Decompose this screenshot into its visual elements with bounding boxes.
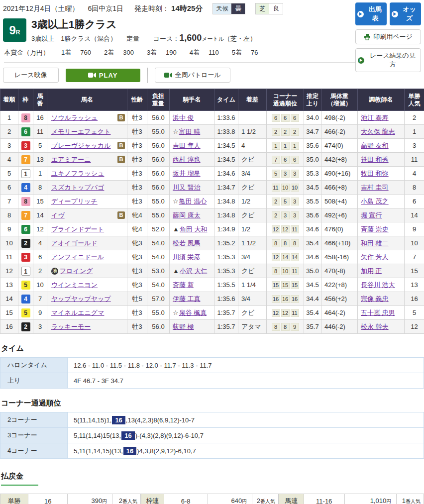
finish-time: 1:35.3 xyxy=(214,250,238,264)
trainer-link[interactable]: 加用 正 xyxy=(361,267,382,275)
trainer-link[interactable]: 笹田 和秀 xyxy=(361,156,389,163)
win-popularity: 12 xyxy=(405,320,424,334)
jockey-link[interactable]: 藤岡 康太 xyxy=(173,211,201,219)
trainer-link[interactable]: 吉村 圭司 xyxy=(361,184,389,191)
jockey-link[interactable]: 吉田 隼人 xyxy=(173,142,201,149)
frame-badge: 5 xyxy=(21,281,30,290)
jockey-link[interactable]: 松若 風馬 xyxy=(173,239,201,247)
horse-weight: 446(-2) xyxy=(321,320,358,334)
corner-position-box: 14 xyxy=(291,253,299,261)
jockey-link[interactable]: 小沢 大仁 xyxy=(180,267,208,275)
corner-position-box: 6 xyxy=(281,156,290,164)
jockey-link[interactable]: 浜中 俊 xyxy=(173,114,194,121)
corner-positions: 766 xyxy=(267,153,304,167)
results-guide-button[interactable]: ▶レース結果の見方 xyxy=(355,48,421,72)
jockey-link[interactable]: 斎藤 新 xyxy=(173,281,194,289)
patrol-video-button[interactable]: 全周パトロール xyxy=(155,68,230,83)
win-popularity: 8 xyxy=(405,181,424,195)
column-header: コーナー 通過順位 xyxy=(267,89,304,111)
horse-weight: 458(-16) xyxy=(321,250,358,264)
margin: 3/4 xyxy=(238,292,267,306)
horse-weight: 470(-8) xyxy=(321,264,358,278)
horse-name-link[interactable]: ディープリッチ xyxy=(51,197,98,206)
trainer-link[interactable]: 牧田 和弥 xyxy=(361,170,389,177)
frame-cell: 5 xyxy=(18,306,33,320)
time-row: 上り4F 46.7 - 3F 34.7 xyxy=(0,373,424,389)
corner-row-value: 5,11(1,14)15(13,16)-(4,3)(2,8)(9,12)-6-1… xyxy=(68,428,424,443)
race-video-button[interactable]: レース映像 xyxy=(3,68,59,83)
jockey-link[interactable]: 伊藤 工真 xyxy=(173,295,201,302)
entries-button[interactable]: ▶出馬表 xyxy=(355,2,387,25)
carried-weight: 52.0 xyxy=(147,222,170,236)
trainer-cell: 五十嵐 忠男 xyxy=(358,306,405,320)
payout-combination: 6-8 xyxy=(164,494,208,504)
corner-position-box: 16 xyxy=(272,295,280,303)
horse-number: 9 xyxy=(33,306,47,320)
sex-age: 牡3 xyxy=(127,195,147,208)
jockey-link[interactable]: 亀田 温心 xyxy=(179,198,207,205)
horse-name-link[interactable]: スズカトップバゴ xyxy=(51,183,104,192)
horse-name-link[interactable]: ブラインドデート xyxy=(51,225,104,234)
trainer-link[interactable]: 長谷川 浩大 xyxy=(361,281,395,289)
horse-name-link[interactable]: アンフィニドール xyxy=(51,253,104,262)
odds-button[interactable]: ▶オッズ xyxy=(390,2,421,25)
trainer-link[interactable]: 池江 泰寿 xyxy=(361,114,389,121)
finish-position: 4 xyxy=(0,153,18,167)
jockey-link[interactable]: 坂井 瑠星 xyxy=(173,170,201,177)
estimated-agari: 35.5 xyxy=(304,195,321,208)
jockey-link[interactable]: 川又 賢治 xyxy=(173,184,201,191)
horse-name-link[interactable]: ソウルラッシュ xyxy=(51,113,98,122)
frame-cell: 7 xyxy=(18,208,33,222)
finish-position: 2 xyxy=(0,125,18,139)
meeting-info: 6回中京1日 xyxy=(88,4,124,13)
horse-name-link[interactable]: マイネルエニグマ xyxy=(51,308,104,317)
trainer-link[interactable]: 大久保 龍志 xyxy=(361,128,395,135)
jockey-link[interactable]: 荻野 極 xyxy=(173,323,194,330)
horse-name-link[interactable]: フロイング xyxy=(60,267,93,276)
trainer-link[interactable]: 小島 茂之 xyxy=(361,198,389,205)
margin: 1/2 xyxy=(238,222,267,236)
frame-badge: 3 xyxy=(21,141,30,150)
win-popularity: 2 xyxy=(405,111,424,125)
trainer-cell: 宗像 義忠 xyxy=(358,292,405,306)
horse-number: 5 xyxy=(33,139,47,153)
jockey-link[interactable]: 富田 暁 xyxy=(179,128,201,135)
trainer-link[interactable]: 斉藤 崇史 xyxy=(361,225,389,233)
trainer-link[interactable]: 堀 宣行 xyxy=(361,211,382,219)
horse-name-link[interactable]: アオイゴールド xyxy=(51,239,98,248)
trainer-link[interactable]: 和田 雄二 xyxy=(361,239,389,247)
corner-position-box: 1 xyxy=(281,142,290,150)
play-button[interactable]: PLAY xyxy=(66,69,140,82)
trainer-link[interactable]: 宗像 義忠 xyxy=(361,295,389,302)
trainer-link[interactable]: 矢作 芳人 xyxy=(361,253,389,261)
horse-name-link[interactable]: ヤップヤップヤップ xyxy=(51,295,111,303)
horse-name-link[interactable]: メモリーエフェクト xyxy=(51,127,110,136)
carried-weight: 56.0 xyxy=(147,111,170,125)
finish-position: 3 xyxy=(0,139,18,153)
frame-cell: 2 xyxy=(18,236,33,250)
horse-name-cell: ユキノフラッシュ xyxy=(47,167,127,181)
prize-label: 本賞金（万円） xyxy=(4,49,49,56)
corner-position-box: 1 xyxy=(291,142,299,150)
jockey-link[interactable]: 川須 栄彦 xyxy=(173,253,201,261)
trainer-link[interactable]: 五十嵐 忠男 xyxy=(361,309,395,316)
horse-name-link[interactable]: イヴ xyxy=(51,211,65,220)
jockey-link[interactable]: 西村 淳也 xyxy=(173,156,201,163)
horse-weight: 492(+6) xyxy=(321,208,358,222)
horse-name-link[interactable]: ラッキーモー xyxy=(51,322,91,331)
jockey-link[interactable]: 角田 大和 xyxy=(180,225,208,233)
arrow-circle-icon: ▶ xyxy=(358,57,364,64)
win-popularity: 9 xyxy=(405,222,424,236)
trainer-link[interactable]: 高野 友和 xyxy=(361,142,389,149)
trainer-link[interactable]: 松永 幹夫 xyxy=(361,323,389,330)
corner-position-box: 3 xyxy=(291,198,299,205)
win-popularity: 3 xyxy=(405,139,424,153)
horse-name-link[interactable]: ユキノフラッシュ xyxy=(51,169,104,178)
jockey-link[interactable]: 泉谷 楓真 xyxy=(179,309,207,316)
print-page-button[interactable]: 印刷用ページ xyxy=(355,29,421,44)
horse-name-link[interactable]: ブレーヴジャッカル xyxy=(51,141,110,150)
horse-name-link[interactable]: ウインミニヨン xyxy=(51,281,98,290)
table-row: 15 5 9 マイネルエニグマ 牡3 55.0 ☆泉谷 楓真 1:35.7 クビ… xyxy=(0,306,424,320)
corner-positions: 121211 xyxy=(267,306,304,320)
horse-name-link[interactable]: エアミアーニ xyxy=(51,155,91,164)
